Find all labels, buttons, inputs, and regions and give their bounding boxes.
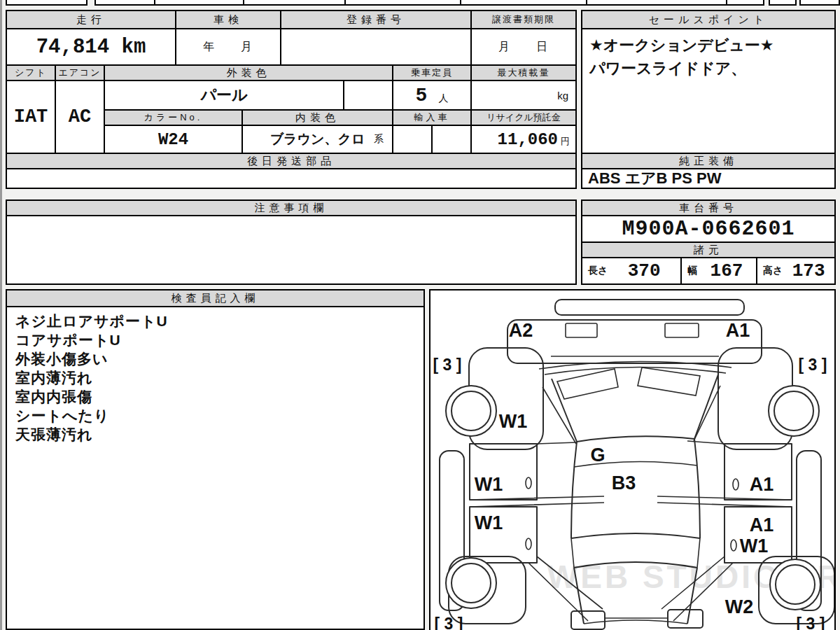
inspector-note: 天張薄汚れ	[15, 425, 93, 444]
interior-color-value: ブラウン、クロ 系	[241, 125, 393, 154]
later-parts-value	[6, 168, 577, 189]
dimension-width-label: 幅	[682, 265, 697, 277]
exterior-color-sub-cell	[343, 80, 393, 111]
car-top-view: WEB STUDIO.PRO	[430, 290, 834, 630]
recycle-deposit-number: 11,060	[498, 130, 558, 149]
dimensions-header: 諸元	[581, 241, 836, 258]
auction-sheet: 走行 車検 登録番号 譲渡書類期限 74,814 km 年 月 月 日 シフト …	[0, 0, 840, 630]
chassis-header: 車台番号	[581, 200, 836, 216]
capacity-number: 5	[416, 85, 428, 106]
damage-label-right-rear-fender: W2	[725, 596, 754, 617]
caution-header: 注意事項欄	[6, 200, 577, 216]
cutoff-row-cell	[6, 0, 88, 6]
inspection-value: 年 月	[175, 28, 281, 66]
exterior-color-header: 外装色	[104, 64, 393, 81]
damage-label-left-front-door: W1	[475, 474, 503, 495]
max-load-unit: kg	[557, 90, 568, 102]
shift-value: IAT	[6, 80, 56, 154]
chassis-value: M900A-0662601	[581, 215, 836, 243]
dimension-length: 長さ 370	[581, 257, 682, 285]
recycle-deposit-unit: 円	[561, 135, 570, 148]
max-load-value: kg	[470, 80, 577, 111]
equipment-header: 純正装備	[581, 153, 836, 169]
damage-label-front-left-fender: W1	[499, 411, 528, 432]
damage-label-right-rear-lower: W1	[740, 536, 769, 556]
damage-label-front-bumper-left: A2	[509, 320, 533, 341]
transfer-deadline-header: 譲渡書類期限	[470, 10, 577, 29]
cutoff-row-table	[94, 0, 764, 6]
import-car-cell-a	[392, 125, 433, 154]
max-load-header: 最大積載量	[470, 64, 577, 81]
dimension-length-label: 長さ	[582, 265, 608, 277]
inspector-note: 外装小傷多い	[15, 349, 108, 368]
transfer-deadline-value: 月 日	[470, 28, 577, 66]
import-car-cell-b	[431, 125, 472, 154]
inspector-note: 室内薄汚れ	[15, 368, 93, 387]
dimension-width-value: 167	[697, 260, 756, 281]
later-parts-header: 後日発送部品	[6, 153, 577, 169]
damage-label-right-rear-door: A1	[750, 514, 774, 536]
color-no-value: W24	[104, 125, 243, 154]
cutoff-row-cell	[769, 0, 797, 6]
sales-point-body: ★オークションデビュー★ パワースライドドア、	[581, 28, 836, 154]
registration-value	[280, 28, 472, 66]
registration-header: 登録番号	[280, 10, 472, 29]
capacity-header: 乗車定員	[392, 64, 472, 81]
dimension-height: 高さ 173	[756, 257, 836, 285]
dimension-length-value: 370	[608, 260, 680, 281]
dimension-width: 幅 167	[680, 257, 757, 285]
sales-point-header: セールスポイント	[581, 10, 836, 29]
sales-point-line: ★オークションデビュー★	[589, 34, 774, 57]
recycle-deposit-value: 11,060 円	[470, 125, 577, 154]
interior-color-suffix: 系	[374, 133, 384, 146]
damage-label-left-rear-door: W1	[475, 512, 503, 533]
inspector-body: ネジ止ロアサポートU コアサポートU 外装小傷多い 室内薄汚れ 室内内張傷 シー…	[6, 306, 425, 630]
damage-label-front-left-tire: [ 3 ]	[433, 356, 462, 374]
exterior-color-value: パール	[104, 80, 344, 111]
damage-diagram: WEB STUDIO.PRO	[429, 289, 836, 630]
interior-color-header: 内装色	[241, 109, 393, 126]
damage-label-front-right-tire: [ 3 ]	[799, 356, 827, 374]
capacity-unit: 人	[438, 92, 448, 105]
inspector-note: ネジ止ロアサポートU	[15, 312, 168, 330]
damage-label-roof: B3	[612, 472, 636, 493]
aircon-header: エアコン	[55, 64, 105, 81]
capacity-value: 5 人	[392, 80, 472, 111]
inspector-header: 検査員記入欄	[6, 289, 425, 307]
damage-label-right-front-door: A1	[750, 474, 774, 495]
inspection-header: 車検	[175, 10, 281, 29]
damage-label-windshield: G	[590, 444, 605, 465]
caution-body	[6, 215, 577, 285]
dimension-height-label: 高さ	[757, 265, 783, 277]
color-no-header: カラーNo.	[104, 109, 243, 126]
inspector-note: シートへたり	[15, 406, 109, 425]
import-car-header: 輸入車	[392, 109, 472, 126]
damage-label-rear-left-tire: [ 3 ]	[435, 615, 463, 630]
sales-point-line: パワースライドドア、	[589, 57, 746, 80]
equipment-value: ABS エアB PS PW	[581, 168, 836, 189]
interior-color-text: ブラウン、クロ	[270, 130, 365, 148]
cutoff-row-cell	[799, 0, 840, 6]
inspector-note: 室内内張傷	[15, 387, 92, 406]
mileage-value: 74,814 km	[6, 28, 176, 66]
damage-label-rear-right-tire: [ 3 ]	[797, 615, 825, 630]
aircon-value: AC	[55, 80, 105, 154]
damage-label-front-bumper-right: A1	[726, 320, 750, 341]
inspector-note: コアサポートU	[15, 330, 121, 349]
recycle-deposit-header: リサイクル預託金	[470, 109, 577, 126]
shift-header: シフト	[6, 64, 56, 81]
dimension-height-value: 173	[783, 260, 834, 281]
mileage-header: 走行	[6, 10, 176, 29]
